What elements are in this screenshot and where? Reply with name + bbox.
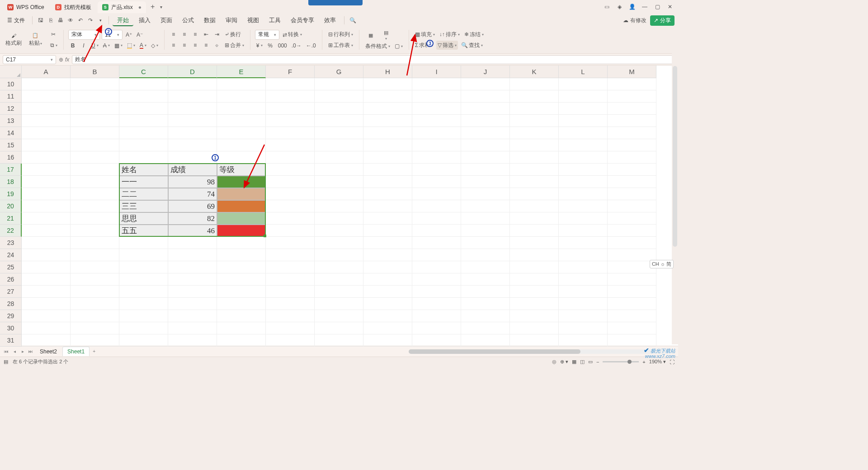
cell-F27[interactable] [266, 286, 315, 298]
cell-B26[interactable] [71, 273, 119, 286]
cell-J24[interactable] [461, 249, 510, 261]
cell-F10[interactable] [266, 78, 315, 90]
cell-E27[interactable] [217, 286, 266, 298]
cell-L21[interactable] [559, 212, 608, 225]
menu-data[interactable]: 数据 [199, 14, 220, 26]
cell-M17[interactable] [608, 164, 656, 176]
cell-A10[interactable] [22, 78, 71, 90]
align-justify-button[interactable]: ≡ [202, 41, 211, 50]
cell-J21[interactable] [461, 212, 510, 225]
cell-A29[interactable] [22, 310, 71, 322]
col-header-C[interactable]: C [119, 66, 168, 78]
indent-increase-button[interactable]: ⇥ [212, 30, 222, 39]
row-header-14[interactable]: 14 [0, 127, 22, 139]
cell-I15[interactable] [412, 139, 461, 151]
cell-E16[interactable] [217, 151, 266, 164]
sheet-prev-button[interactable]: ◂ [11, 349, 18, 354]
align-left-button[interactable]: ≡ [169, 41, 178, 50]
cell-B10[interactable] [71, 78, 119, 90]
worksheet-button[interactable]: ⊞ 工作表▾ [327, 41, 354, 50]
cell-G17[interactable] [315, 164, 363, 176]
cell-D27[interactable] [168, 286, 217, 298]
cell-G27[interactable] [315, 286, 363, 298]
col-header-I[interactable]: I [412, 66, 461, 78]
zoom-level[interactable]: 190% ▾ [649, 359, 666, 365]
cell-I29[interactable] [412, 310, 461, 322]
cell-F22[interactable] [266, 225, 315, 237]
cell-K26[interactable] [510, 273, 559, 286]
sheet-tab-sheet1[interactable]: Sheet1 [62, 347, 90, 356]
search-icon[interactable]: 🔍 [348, 16, 357, 25]
cell-H14[interactable] [363, 127, 412, 139]
cell-E18[interactable] [217, 176, 266, 188]
sort-button[interactable]: ↓↑ 排序▾ [438, 30, 461, 39]
cell-M20[interactable] [608, 200, 656, 212]
quick-dropdown[interactable]: ▾ [96, 16, 105, 25]
cell-K20[interactable] [510, 200, 559, 212]
cell-D20[interactable]: 69 [168, 200, 217, 212]
cell-C12[interactable] [119, 103, 168, 115]
cell-A21[interactable] [22, 212, 71, 225]
percent-button[interactable]: % [266, 41, 275, 50]
file-menu[interactable]: ☰ 文件 [4, 15, 28, 26]
cell-F11[interactable] [266, 90, 315, 103]
cell-H12[interactable] [363, 103, 412, 115]
cell-I12[interactable] [412, 103, 461, 115]
cell-G30[interactable] [315, 322, 363, 334]
cell-E25[interactable] [217, 261, 266, 273]
cell-B13[interactable] [71, 115, 119, 127]
changes-indicator[interactable]: ☁ 有修改 [623, 17, 646, 24]
cell-G23[interactable] [315, 237, 363, 249]
cell-H29[interactable] [363, 310, 412, 322]
cell-E26[interactable] [217, 273, 266, 286]
cell-L29[interactable] [559, 310, 608, 322]
cell-K30[interactable] [510, 322, 559, 334]
cell-E19[interactable] [217, 188, 266, 200]
row-header-15[interactable]: 15 [0, 139, 22, 151]
clear-format-button[interactable]: ◇▾ [150, 41, 160, 50]
cell-C18[interactable]: 一一 [119, 176, 168, 188]
cell-B29[interactable] [71, 310, 119, 322]
cell-M24[interactable] [608, 249, 656, 261]
vertical-scrollbar[interactable] [672, 52, 678, 344]
cell-G13[interactable] [315, 115, 363, 127]
fx-icon[interactable]: fx [65, 56, 69, 63]
cell-M19[interactable] [608, 188, 656, 200]
cell-F30[interactable] [266, 322, 315, 334]
format-brush-button[interactable]: 🖌 格式刷 [5, 32, 22, 48]
cell-G31[interactable] [315, 334, 363, 347]
copy-button[interactable]: ⧉▾ [49, 41, 59, 50]
view-normal-button[interactable]: ▦ [572, 359, 576, 365]
cell-J20[interactable] [461, 200, 510, 212]
cell-C22[interactable]: 五五 [119, 225, 168, 237]
cell-L28[interactable] [559, 298, 608, 310]
cell-D13[interactable] [168, 115, 217, 127]
new-tab-button[interactable]: + [147, 3, 158, 11]
cell-D10[interactable] [168, 78, 217, 90]
cell-F25[interactable] [266, 261, 315, 273]
cell-M29[interactable] [608, 310, 656, 322]
cell-G21[interactable] [315, 212, 363, 225]
undo-icon[interactable]: ↶ [76, 16, 85, 25]
print-icon[interactable]: 🖶 [56, 16, 65, 25]
cell-H16[interactable] [363, 151, 412, 164]
cell-H11[interactable] [363, 90, 412, 103]
cell-F15[interactable] [266, 139, 315, 151]
cell-M22[interactable] [608, 225, 656, 237]
cell-B28[interactable] [71, 298, 119, 310]
zoom-out-button[interactable]: − [596, 359, 599, 365]
cell-I21[interactable] [412, 212, 461, 225]
col-header-F[interactable]: F [266, 66, 315, 78]
cell-K23[interactable] [510, 237, 559, 249]
row-col-button[interactable]: ⊟ 行和列▾ [327, 30, 354, 39]
cell-E23[interactable] [217, 237, 266, 249]
cell-C14[interactable] [119, 127, 168, 139]
cell-L10[interactable] [559, 78, 608, 90]
cell-A19[interactable] [22, 188, 71, 200]
cell-A15[interactable] [22, 139, 71, 151]
convert-button[interactable]: ⇄ 转换▾ [281, 30, 303, 39]
cell-K12[interactable] [510, 103, 559, 115]
select-all-button[interactable] [0, 66, 22, 78]
row-header-13[interactable]: 13 [0, 115, 22, 127]
cell-H27[interactable] [363, 286, 412, 298]
